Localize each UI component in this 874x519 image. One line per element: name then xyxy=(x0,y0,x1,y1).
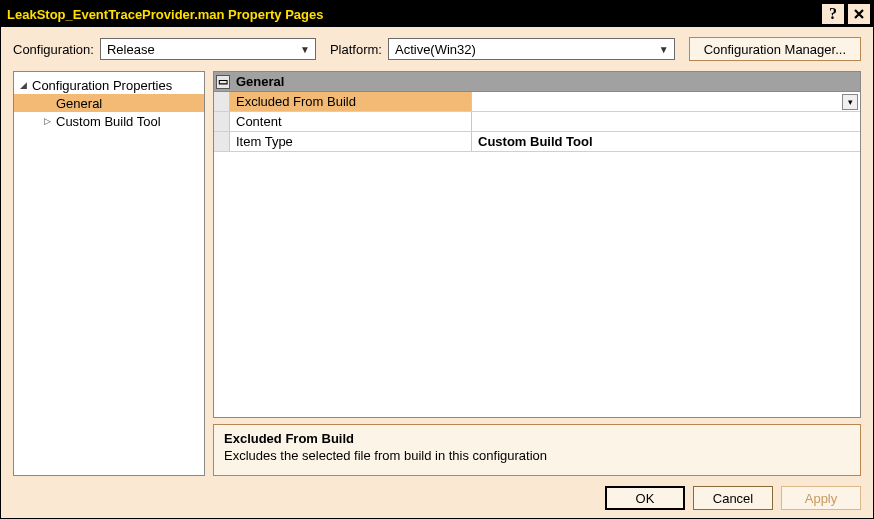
property-grid-empty xyxy=(214,152,860,417)
configuration-manager-button[interactable]: Configuration Manager... xyxy=(689,37,861,61)
tree-root-label: Configuration Properties xyxy=(32,78,172,93)
right-column: ▭ General Excluded From Build ▾ Conte xyxy=(213,71,861,476)
property-value[interactable] xyxy=(472,112,860,131)
config-row: Configuration: Release ▼ Platform: Activ… xyxy=(13,37,861,61)
platform-label: Platform: xyxy=(330,42,382,57)
configuration-label: Configuration: xyxy=(13,42,94,57)
category-tree[interactable]: ◢ Configuration Properties General ▷ Cus… xyxy=(13,71,205,476)
titlebar: LeakStop_EventTraceProvider.man Property… xyxy=(1,1,873,27)
window-title: LeakStop_EventTraceProvider.man Property… xyxy=(7,7,819,22)
property-row-item-type[interactable]: Item Type Custom Build Tool xyxy=(214,132,860,152)
description-text: Excludes the selected file from build in… xyxy=(224,448,850,463)
collapse-triangle-icon: ◢ xyxy=(20,80,32,90)
dialog-content: Configuration: Release ▼ Platform: Activ… xyxy=(1,27,873,518)
chevron-down-icon: ▼ xyxy=(655,40,673,58)
tree-root-config-properties[interactable]: ◢ Configuration Properties xyxy=(14,76,204,94)
tree-item-custom-build-tool[interactable]: ▷ Custom Build Tool xyxy=(14,112,204,130)
row-gutter xyxy=(214,92,230,111)
property-row-excluded[interactable]: Excluded From Build ▾ xyxy=(214,92,860,112)
platform-value: Active(Win32) xyxy=(395,42,476,57)
property-value[interactable]: Custom Build Tool xyxy=(472,132,860,151)
main-area: ◢ Configuration Properties General ▷ Cus… xyxy=(13,71,861,476)
property-row-content[interactable]: Content xyxy=(214,112,860,132)
category-label: General xyxy=(236,74,284,89)
property-value[interactable]: ▾ xyxy=(472,92,860,111)
row-gutter xyxy=(214,132,230,151)
dialog-buttons: OK Cancel Apply xyxy=(13,486,861,510)
collapse-box-icon: ▭ xyxy=(216,75,230,89)
tree-item-label: Custom Build Tool xyxy=(56,114,161,129)
dropdown-icon[interactable]: ▾ xyxy=(842,94,858,110)
close-button[interactable] xyxy=(847,3,871,25)
chevron-down-icon: ▼ xyxy=(296,40,314,58)
property-name: Content xyxy=(230,112,472,131)
property-name: Item Type xyxy=(230,132,472,151)
row-gutter xyxy=(214,112,230,131)
help-button[interactable]: ? xyxy=(821,3,845,25)
property-name: Excluded From Build xyxy=(230,92,472,111)
property-pages-dialog: LeakStop_EventTraceProvider.man Property… xyxy=(0,0,874,519)
configuration-combo[interactable]: Release ▼ xyxy=(100,38,316,60)
tree-item-general[interactable]: General xyxy=(14,94,204,112)
apply-button: Apply xyxy=(781,486,861,510)
close-icon xyxy=(853,8,865,20)
description-panel: Excluded From Build Excludes the selecte… xyxy=(213,424,861,476)
category-header[interactable]: ▭ General xyxy=(214,72,860,92)
tree-item-label: General xyxy=(56,96,102,111)
platform-combo[interactable]: Active(Win32) ▼ xyxy=(388,38,675,60)
expand-triangle-icon: ▷ xyxy=(44,116,56,126)
configuration-value: Release xyxy=(107,42,155,57)
ok-button[interactable]: OK xyxy=(605,486,685,510)
property-grid: ▭ General Excluded From Build ▾ Conte xyxy=(213,71,861,418)
cancel-button[interactable]: Cancel xyxy=(693,486,773,510)
description-title: Excluded From Build xyxy=(224,431,850,446)
